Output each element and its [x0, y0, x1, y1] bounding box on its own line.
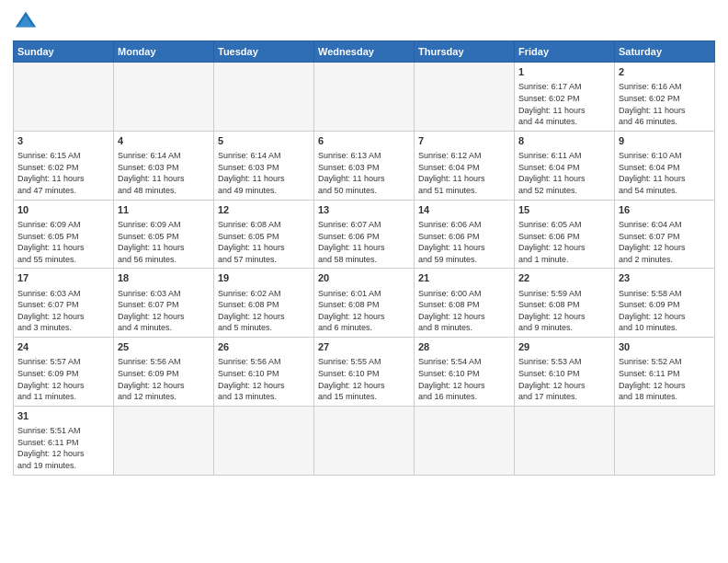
- calendar-cell: 12Sunrise: 6:08 AM Sunset: 6:05 PM Dayli…: [214, 200, 314, 269]
- day-number: 22: [518, 271, 610, 285]
- day-number: 25: [118, 340, 210, 354]
- day-info: Sunrise: 5:56 AM Sunset: 6:10 PM Dayligh…: [218, 357, 285, 401]
- calendar-cell: 18Sunrise: 6:03 AM Sunset: 6:07 PM Dayli…: [114, 269, 214, 338]
- day-number: 9: [619, 134, 711, 148]
- logo: [13, 9, 42, 35]
- calendar-cell: 2Sunrise: 6:16 AM Sunset: 6:02 PM Daylig…: [615, 63, 715, 132]
- calendar-cell: [14, 63, 114, 132]
- calendar-cell: 20Sunrise: 6:01 AM Sunset: 6:08 PM Dayli…: [314, 269, 415, 338]
- day-info: Sunrise: 5:57 AM Sunset: 6:09 PM Dayligh…: [17, 357, 85, 401]
- calendar-cell: 10Sunrise: 6:09 AM Sunset: 6:05 PM Dayli…: [14, 200, 114, 269]
- calendar-cell: 26Sunrise: 5:56 AM Sunset: 6:10 PM Dayli…: [214, 338, 314, 407]
- calendar-cell: 4Sunrise: 6:14 AM Sunset: 6:03 PM Daylig…: [114, 131, 214, 200]
- calendar-cell: 3Sunrise: 6:15 AM Sunset: 6:02 PM Daylig…: [14, 131, 114, 200]
- calendar-cell: 1Sunrise: 6:17 AM Sunset: 6:02 PM Daylig…: [515, 63, 615, 132]
- day-info: Sunrise: 6:13 AM Sunset: 6:03 PM Dayligh…: [318, 151, 385, 195]
- day-number: 7: [418, 134, 510, 148]
- calendar-cell: 6Sunrise: 6:13 AM Sunset: 6:03 PM Daylig…: [314, 131, 415, 200]
- calendar-cell: [114, 63, 214, 132]
- day-number: 27: [318, 340, 410, 354]
- calendar-cell: [314, 63, 415, 132]
- day-info: Sunrise: 6:06 AM Sunset: 6:06 PM Dayligh…: [418, 220, 485, 264]
- calendar-week-row: 17Sunrise: 6:03 AM Sunset: 6:07 PM Dayli…: [14, 269, 715, 338]
- day-number: 18: [118, 271, 210, 285]
- day-info: Sunrise: 5:54 AM Sunset: 6:10 PM Dayligh…: [418, 357, 485, 401]
- day-info: Sunrise: 6:14 AM Sunset: 6:03 PM Dayligh…: [218, 151, 285, 195]
- header-day-wednesday: Wednesday: [314, 41, 415, 63]
- calendar-cell: [314, 406, 415, 475]
- day-info: Sunrise: 5:51 AM Sunset: 6:11 PM Dayligh…: [17, 426, 85, 470]
- day-number: 6: [318, 134, 410, 148]
- day-info: Sunrise: 6:00 AM Sunset: 6:08 PM Dayligh…: [418, 289, 485, 333]
- day-number: 2: [619, 65, 711, 79]
- day-info: Sunrise: 5:55 AM Sunset: 6:10 PM Dayligh…: [318, 357, 385, 401]
- calendar-week-row: 3Sunrise: 6:15 AM Sunset: 6:02 PM Daylig…: [14, 131, 715, 200]
- day-info: Sunrise: 6:03 AM Sunset: 6:07 PM Dayligh…: [118, 289, 185, 333]
- header-day-tuesday: Tuesday: [214, 41, 314, 63]
- calendar-cell: [415, 406, 515, 475]
- day-info: Sunrise: 6:15 AM Sunset: 6:02 PM Dayligh…: [17, 151, 85, 195]
- calendar-cell: 31Sunrise: 5:51 AM Sunset: 6:11 PM Dayli…: [14, 406, 114, 475]
- calendar-cell: [515, 406, 615, 475]
- calendar-cell: [214, 406, 314, 475]
- day-info: Sunrise: 6:01 AM Sunset: 6:08 PM Dayligh…: [318, 289, 385, 333]
- calendar-cell: [214, 63, 314, 132]
- day-info: Sunrise: 6:04 AM Sunset: 6:07 PM Dayligh…: [619, 220, 686, 264]
- page: SundayMondayTuesdayWednesdayThursdayFrid…: [0, 0, 728, 563]
- calendar-cell: 29Sunrise: 5:53 AM Sunset: 6:10 PM Dayli…: [515, 338, 615, 407]
- day-info: Sunrise: 5:52 AM Sunset: 6:11 PM Dayligh…: [619, 357, 686, 401]
- calendar-cell: 17Sunrise: 6:03 AM Sunset: 6:07 PM Dayli…: [14, 269, 114, 338]
- day-info: Sunrise: 6:16 AM Sunset: 6:02 PM Dayligh…: [619, 82, 686, 126]
- day-info: Sunrise: 6:09 AM Sunset: 6:05 PM Dayligh…: [118, 220, 185, 264]
- day-number: 31: [17, 409, 109, 423]
- day-number: 14: [418, 203, 510, 217]
- day-number: 3: [17, 134, 109, 148]
- calendar-cell: 5Sunrise: 6:14 AM Sunset: 6:03 PM Daylig…: [214, 131, 314, 200]
- calendar-cell: 21Sunrise: 6:00 AM Sunset: 6:08 PM Dayli…: [415, 269, 515, 338]
- day-info: Sunrise: 6:03 AM Sunset: 6:07 PM Dayligh…: [17, 289, 85, 333]
- day-number: 15: [518, 203, 610, 217]
- calendar-cell: 24Sunrise: 5:57 AM Sunset: 6:09 PM Dayli…: [14, 338, 114, 407]
- logo-icon: [13, 9, 39, 35]
- day-info: Sunrise: 6:09 AM Sunset: 6:05 PM Dayligh…: [17, 220, 85, 264]
- day-number: 16: [619, 203, 711, 217]
- day-number: 11: [118, 203, 210, 217]
- day-info: Sunrise: 6:02 AM Sunset: 6:08 PM Dayligh…: [218, 289, 285, 333]
- calendar-week-row: 31Sunrise: 5:51 AM Sunset: 6:11 PM Dayli…: [14, 406, 715, 475]
- calendar-cell: 27Sunrise: 5:55 AM Sunset: 6:10 PM Dayli…: [314, 338, 415, 407]
- calendar-cell: 9Sunrise: 6:10 AM Sunset: 6:04 PM Daylig…: [615, 131, 715, 200]
- calendar-week-row: 10Sunrise: 6:09 AM Sunset: 6:05 PM Dayli…: [14, 200, 715, 269]
- calendar-header-row: SundayMondayTuesdayWednesdayThursdayFrid…: [14, 41, 715, 63]
- calendar-cell: [615, 406, 715, 475]
- day-info: Sunrise: 6:05 AM Sunset: 6:06 PM Dayligh…: [518, 220, 586, 264]
- day-number: 29: [518, 340, 610, 354]
- calendar-cell: 25Sunrise: 5:56 AM Sunset: 6:09 PM Dayli…: [114, 338, 214, 407]
- day-info: Sunrise: 6:14 AM Sunset: 6:03 PM Dayligh…: [118, 151, 185, 195]
- day-number: 1: [518, 65, 610, 79]
- day-number: 30: [619, 340, 711, 354]
- day-number: 4: [118, 134, 210, 148]
- calendar-cell: 28Sunrise: 5:54 AM Sunset: 6:10 PM Dayli…: [415, 338, 515, 407]
- day-info: Sunrise: 5:58 AM Sunset: 6:09 PM Dayligh…: [619, 289, 686, 333]
- header-day-sunday: Sunday: [14, 41, 114, 63]
- header-day-friday: Friday: [515, 41, 615, 63]
- calendar-cell: [114, 406, 214, 475]
- day-info: Sunrise: 5:59 AM Sunset: 6:08 PM Dayligh…: [518, 289, 586, 333]
- calendar-cell: 19Sunrise: 6:02 AM Sunset: 6:08 PM Dayli…: [214, 269, 314, 338]
- day-info: Sunrise: 5:56 AM Sunset: 6:09 PM Dayligh…: [118, 357, 185, 401]
- calendar-cell: 11Sunrise: 6:09 AM Sunset: 6:05 PM Dayli…: [114, 200, 214, 269]
- calendar-cell: 8Sunrise: 6:11 AM Sunset: 6:04 PM Daylig…: [515, 131, 615, 200]
- day-number: 8: [518, 134, 610, 148]
- day-info: Sunrise: 6:08 AM Sunset: 6:05 PM Dayligh…: [218, 220, 285, 264]
- calendar-cell: 7Sunrise: 6:12 AM Sunset: 6:04 PM Daylig…: [415, 131, 515, 200]
- day-number: 21: [418, 271, 510, 285]
- day-number: 19: [218, 271, 310, 285]
- header-day-saturday: Saturday: [615, 41, 715, 63]
- day-number: 23: [619, 271, 711, 285]
- day-number: 5: [218, 134, 310, 148]
- day-number: 13: [318, 203, 410, 217]
- calendar-week-row: 24Sunrise: 5:57 AM Sunset: 6:09 PM Dayli…: [14, 338, 715, 407]
- day-number: 20: [318, 271, 410, 285]
- header-day-monday: Monday: [114, 41, 214, 63]
- calendar-cell: 13Sunrise: 6:07 AM Sunset: 6:06 PM Dayli…: [314, 200, 415, 269]
